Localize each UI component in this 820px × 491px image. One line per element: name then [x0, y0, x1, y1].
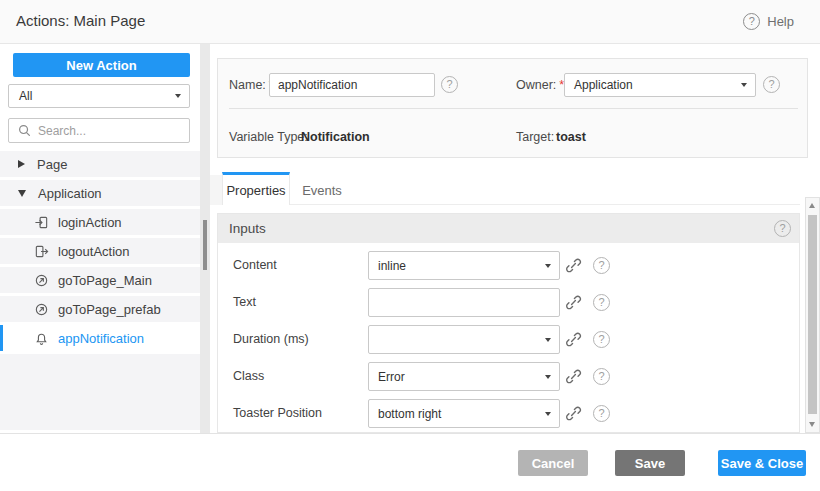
chevron-down-icon [545, 412, 551, 416]
actions-sidebar: New Action All Page Application loginAct… [0, 44, 200, 433]
chevron-down-icon [741, 83, 747, 87]
chevron-down-icon [545, 338, 551, 342]
inputs-title: Inputs [229, 214, 266, 243]
owner-help-icon[interactable] [763, 76, 780, 93]
tree-item-label: goToPage_Main [58, 273, 152, 288]
name-help-icon[interactable] [441, 76, 458, 93]
input-row-duration: Duration (ms) [218, 325, 799, 354]
class-help-icon[interactable] [593, 368, 610, 385]
toaster-position-select-value: bottom right [378, 407, 441, 421]
dialog-header: Actions: Main Page Help [0, 0, 820, 44]
content-select[interactable]: inline [368, 251, 560, 280]
inputs-header: Inputs [218, 214, 799, 243]
chevron-down-icon [545, 375, 551, 379]
save-button[interactable]: Save [615, 450, 685, 476]
divider [229, 108, 798, 109]
bind-link-icon[interactable] [565, 405, 582, 422]
tab-strip-pad [210, 175, 222, 205]
duration-help-icon[interactable] [593, 331, 610, 348]
duration-select[interactable] [368, 325, 560, 354]
class-label: Class [233, 362, 363, 391]
scroll-down-icon[interactable] [809, 422, 815, 427]
tree-item-label: logoutAction [58, 244, 130, 259]
duration-label: Duration (ms) [233, 325, 363, 354]
tree-item-label: goToPage_prefab [58, 302, 161, 317]
owner-select[interactable]: Application [564, 73, 756, 97]
toaster-position-select[interactable]: bottom right [368, 399, 560, 428]
tree-item-label: loginAction [58, 215, 122, 230]
dialog-footer: Cancel Save Save & Close [0, 433, 820, 491]
owner-label: Owner:* [516, 78, 564, 92]
logout-action-icon [34, 244, 49, 259]
navigate-action-icon [34, 273, 49, 288]
tree-item-label: Application [38, 186, 102, 201]
sidebar-scrollbar[interactable] [200, 44, 210, 433]
content-scrollbar[interactable] [805, 197, 820, 433]
page-title: Actions: Main Page [16, 12, 145, 29]
search-icon [17, 123, 32, 138]
toaster-position-help-icon[interactable] [593, 405, 610, 422]
bind-link-icon[interactable] [565, 368, 582, 385]
owner-select-value: Application [574, 78, 633, 92]
text-input[interactable] [368, 288, 560, 317]
actions-tree: Page Application loginAction logoutActio… [0, 151, 200, 433]
tree-group-application[interactable]: Application [0, 180, 200, 206]
text-label: Text [233, 288, 363, 317]
tree-item-gotopage-main[interactable]: goToPage_Main [0, 267, 200, 293]
chevron-down-icon[interactable] [18, 190, 26, 197]
tab-events[interactable]: Events [290, 175, 354, 205]
login-action-icon [34, 215, 49, 230]
variable-type-value: Notification [301, 130, 370, 144]
bind-link-icon[interactable] [565, 257, 582, 274]
help-link[interactable]: Help [743, 13, 794, 30]
tree-item-gotopage-prefab[interactable]: goToPage_prefab [0, 296, 200, 322]
tab-strip-border [290, 204, 800, 205]
name-input[interactable] [269, 73, 435, 97]
chevron-down-icon [175, 94, 181, 98]
help-label: Help [767, 14, 794, 29]
target-value: toast [556, 130, 586, 144]
new-action-button[interactable]: New Action [13, 53, 190, 77]
input-row-class: Class Error [218, 362, 799, 391]
toaster-position-label: Toaster Position [233, 399, 363, 428]
tree-item-label: Page [37, 157, 67, 172]
bind-link-icon[interactable] [565, 331, 582, 348]
variable-type-label: Variable Type: [229, 130, 308, 144]
filter-select-value: All [19, 89, 32, 103]
chevron-down-icon [545, 264, 551, 268]
inputs-help-icon[interactable] [774, 220, 791, 237]
help-icon [743, 13, 760, 30]
filter-select[interactable]: All [8, 84, 190, 108]
tree-group-page[interactable]: Page [0, 151, 200, 177]
sidebar-scrollbar-thumb[interactable] [203, 220, 207, 270]
scroll-up-icon[interactable] [809, 203, 815, 208]
target-label: Target: [516, 130, 554, 144]
class-select[interactable]: Error [368, 362, 560, 391]
input-row-toaster-position: Toaster Position bottom right [218, 399, 799, 428]
tree-item-appnotification[interactable]: appNotification [0, 325, 200, 351]
tree-item-loginaction[interactable]: loginAction [0, 209, 200, 235]
content-scrollbar-thumb[interactable] [808, 215, 817, 414]
content-label: Content [233, 251, 363, 280]
cancel-button[interactable]: Cancel [518, 450, 588, 476]
chevron-right-icon[interactable] [18, 160, 25, 168]
input-row-text: Text [218, 288, 799, 317]
save-and-close-button[interactable]: Save & Close [718, 450, 806, 476]
search-box [8, 118, 190, 143]
notification-action-icon [34, 331, 49, 346]
actions-dialog: Actions: Main Page Help New Action All P… [0, 0, 820, 491]
content-select-value: inline [378, 259, 406, 273]
search-input[interactable] [38, 124, 181, 138]
tree-item-logoutaction[interactable]: logoutAction [0, 238, 200, 264]
content-help-icon[interactable] [593, 257, 610, 274]
tree-item-label: appNotification [58, 331, 144, 346]
text-help-icon[interactable] [593, 294, 610, 311]
inputs-panel: Inputs Content inline Text Duration (ms) [217, 213, 800, 433]
input-row-content: Content inline [218, 251, 799, 280]
action-summary-panel: Name:* Owner:* Application Variable Type… [217, 58, 808, 158]
name-label: Name:* [229, 78, 274, 92]
class-select-value: Error [378, 370, 405, 384]
navigate-action-icon [34, 302, 49, 317]
tab-properties[interactable]: Properties [222, 172, 290, 205]
bind-link-icon[interactable] [565, 294, 582, 311]
